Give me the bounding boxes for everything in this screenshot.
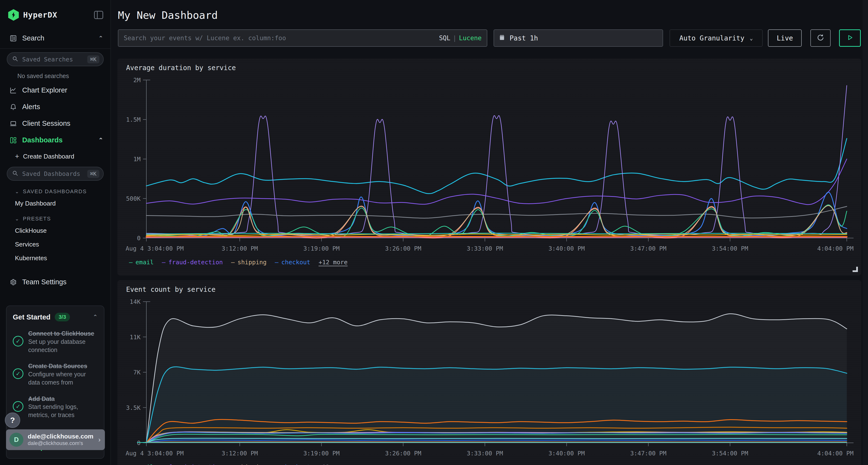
get-started-item[interactable]: ✓ Add Data Start sending logs, metrics, … bbox=[13, 395, 98, 419]
sidebar-item-alerts[interactable]: Alerts bbox=[0, 99, 111, 115]
svg-text:4:04:00 PM: 4:04:00 PM bbox=[817, 245, 854, 252]
chevron-down-icon: ⌄ bbox=[15, 216, 20, 222]
magnifier-icon bbox=[12, 56, 18, 63]
event-search-input[interactable]: Search your events w/ Lucene ex. column:… bbox=[118, 29, 487, 47]
sidebar-item-my-dashboard[interactable]: My Dashboard bbox=[0, 197, 111, 210]
sidebar-item-team-settings[interactable]: Team Settings bbox=[0, 274, 111, 290]
chart-panel-duration: Average duration by service 0500K1M1.5M2… bbox=[117, 59, 861, 275]
language-toggle-lucene[interactable]: Lucene bbox=[459, 34, 482, 42]
svg-text:3:12:00 PM: 3:12:00 PM bbox=[222, 450, 258, 457]
magnifier-icon bbox=[12, 170, 18, 177]
brand-name: HyperDX bbox=[23, 10, 57, 20]
chevron-right-icon: › bbox=[98, 436, 100, 443]
page-title: My New Dashboard bbox=[112, 0, 868, 21]
svg-text:11K: 11K bbox=[130, 334, 141, 341]
sidebar-item-label: Team Settings bbox=[22, 278, 66, 286]
get-started-item[interactable]: ✓ Create Data Sources Configure where yo… bbox=[13, 362, 98, 387]
bell-icon bbox=[10, 103, 17, 110]
svg-text:3:40:00 PM: 3:40:00 PM bbox=[549, 245, 585, 252]
live-button[interactable]: Live bbox=[768, 29, 802, 47]
legend-swatch: — bbox=[275, 259, 278, 266]
sidebar-item-preset-kubernetes[interactable]: Kubernetes bbox=[0, 251, 111, 265]
granularity-select[interactable]: Auto Granularity ⌄ bbox=[670, 29, 763, 47]
calendar-icon bbox=[499, 34, 505, 42]
play-icon bbox=[847, 34, 853, 42]
legend-label: email bbox=[135, 464, 154, 465]
legend-more-link[interactable]: +12 more bbox=[318, 259, 347, 266]
sidebar-item-search[interactable]: Search ⌃ bbox=[0, 28, 111, 46]
legend-swatch: — bbox=[231, 464, 235, 465]
svg-text:3:12:00 PM: 3:12:00 PM bbox=[222, 245, 258, 252]
chevron-up-icon[interactable]: ⌃ bbox=[98, 35, 103, 42]
language-toggle-separator: | bbox=[451, 34, 459, 42]
svg-text:4:04:00 PM: 4:04:00 PM bbox=[817, 450, 854, 457]
legend-more-link[interactable]: +12 more bbox=[318, 464, 347, 465]
get-started-item[interactable]: ✓ Connect to ClickHouse Set up your data… bbox=[13, 330, 98, 354]
plus-icon: + bbox=[15, 152, 19, 161]
series-shipping bbox=[146, 205, 847, 236]
saved-dashboards-placeholder: Saved Dashboards bbox=[22, 170, 84, 177]
no-saved-searches-text: No saved searches bbox=[0, 69, 111, 82]
sidebar-item-client-sessions[interactable]: Client Sessions bbox=[0, 115, 111, 132]
chart-title: Average duration by service bbox=[117, 59, 861, 72]
legend-swatch: — bbox=[275, 464, 278, 465]
event-count-chart[interactable]: 03.5K7K11K14KAug 4 3:04:00 PM3:12:00 PM3… bbox=[121, 294, 858, 462]
svg-text:3:47:00 PM: 3:47:00 PM bbox=[630, 450, 667, 457]
time-range-value: Past 1h bbox=[509, 34, 538, 42]
legend-item[interactable]: —fraud-detection bbox=[162, 259, 223, 266]
avatar: D bbox=[9, 433, 23, 447]
series-lines bbox=[146, 86, 847, 238]
chart-legend: —email—fraud-detection—shipping—checkout… bbox=[117, 462, 861, 465]
sidebar-item-label: Alerts bbox=[22, 103, 40, 111]
series-unlabeled-cyan bbox=[146, 138, 847, 194]
svg-text:0: 0 bbox=[137, 439, 141, 446]
chevron-up-icon[interactable]: ⌃ bbox=[98, 137, 103, 143]
legend-label: fraud-detection bbox=[168, 259, 223, 266]
get-started-item-title: Connect to ClickHouse bbox=[28, 330, 94, 337]
laptop-icon bbox=[10, 120, 17, 127]
presets-section-header[interactable]: ⌄ PRESETS bbox=[0, 210, 111, 224]
chart-title: Event count by service bbox=[117, 280, 861, 294]
search-journal-icon bbox=[10, 35, 17, 42]
user-menu[interactable]: D dale@clickhouse.com dale@clickhouse.co… bbox=[6, 429, 105, 450]
gear-icon bbox=[10, 278, 17, 286]
saved-dashboards-section-header[interactable]: ⌄ SAVED DASHBOARDS bbox=[0, 183, 111, 197]
chevron-up-icon[interactable]: ⌃ bbox=[93, 314, 98, 321]
legend-item[interactable]: —email bbox=[129, 464, 154, 465]
sidebar-item-dashboards[interactable]: Dashboards ⌃ bbox=[0, 132, 111, 148]
tick-labels: 0500K1M1.5M2MAug 4 3:04:00 PM3:12:00 PM3… bbox=[126, 77, 854, 252]
check-circle-icon: ✓ bbox=[13, 401, 23, 412]
legend-item[interactable]: —email bbox=[129, 259, 154, 266]
saved-dashboards-input[interactable]: Saved Dashboards ⌘K bbox=[7, 167, 104, 181]
saved-searches-input[interactable]: Saved Searches ⌘K bbox=[7, 52, 104, 66]
create-dashboard-button[interactable]: + Create Dashboard bbox=[0, 148, 111, 164]
help-button[interactable]: ? bbox=[5, 412, 20, 428]
svg-text:3:19:00 PM: 3:19:00 PM bbox=[303, 450, 340, 457]
sidebar-collapse-icon[interactable] bbox=[94, 11, 103, 19]
series-unlabeled-gray bbox=[146, 206, 847, 218]
scrollbar-track[interactable] bbox=[863, 0, 868, 465]
svg-text:3:54:00 PM: 3:54:00 PM bbox=[712, 450, 748, 457]
sidebar-item-preset-clickhouse[interactable]: ClickHouse bbox=[0, 224, 111, 238]
sidebar-item-chart-explorer[interactable]: Chart Explorer bbox=[0, 82, 111, 99]
legend-item[interactable]: —fraud-detection bbox=[162, 464, 223, 465]
legend-item[interactable]: —shipping bbox=[231, 259, 267, 266]
legend-item[interactable]: —shipping bbox=[231, 464, 267, 465]
legend-swatch: — bbox=[129, 259, 133, 266]
refresh-button[interactable] bbox=[810, 29, 831, 47]
hyperdx-logo-icon bbox=[8, 9, 19, 21]
legend-item[interactable]: —checkout bbox=[275, 259, 310, 266]
legend-item[interactable]: —checkout bbox=[275, 464, 310, 465]
chart-explorer-icon bbox=[10, 87, 17, 94]
run-query-button[interactable] bbox=[839, 29, 861, 47]
legend-swatch: — bbox=[231, 259, 235, 266]
panel-resize-handle[interactable] bbox=[852, 267, 858, 272]
svg-text:0: 0 bbox=[137, 235, 141, 242]
duration-chart[interactable]: 0500K1M1.5M2MAug 4 3:04:00 PM3:12:00 PM3… bbox=[121, 72, 858, 257]
time-range-picker[interactable]: Past 1h bbox=[494, 29, 663, 47]
event-search-placeholder: Search your events w/ Lucene ex. column:… bbox=[124, 34, 439, 42]
sidebar-item-preset-services[interactable]: Services bbox=[0, 238, 111, 251]
svg-text:Aug 4 3:04:00 PM: Aug 4 3:04:00 PM bbox=[126, 245, 184, 252]
series-lines bbox=[137, 314, 847, 443]
language-toggle-sql[interactable]: SQL bbox=[439, 34, 451, 42]
